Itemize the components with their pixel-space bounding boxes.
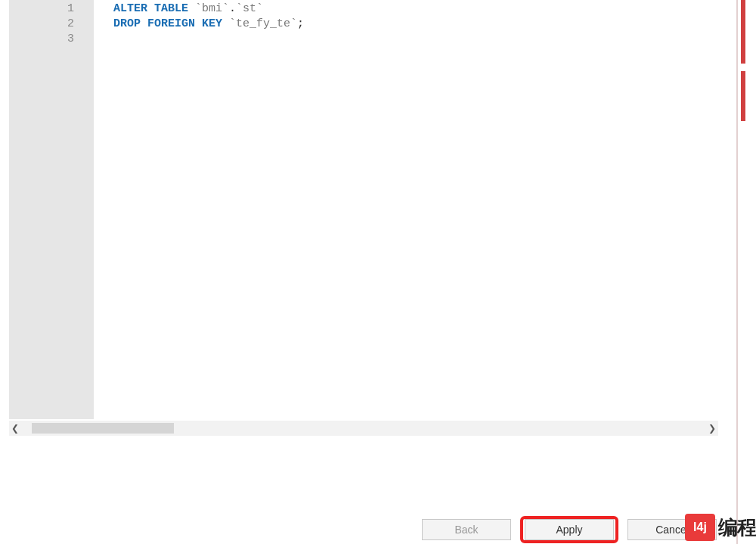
line-number: 2 [9,17,94,32]
back-button[interactable]: Back [422,519,511,540]
watermark-text: 编程 [718,514,756,541]
watermark-badge: l4j [685,514,715,541]
scroll-marker-1 [741,0,745,64]
code-area[interactable]: ALTER TABLE `bmi`.`st`DROP FOREIGN KEY `… [94,0,718,419]
code-line[interactable]: ALTER TABLE `bmi`.`st` [113,2,718,17]
line-number: 1 [9,2,94,17]
sql-token: ; [297,17,304,30]
line-number: 3 [9,32,94,47]
code-line[interactable] [113,32,718,47]
sql-token [188,2,195,15]
code-line[interactable]: DROP FOREIGN KEY `te_fy_te`; [113,17,718,32]
line-number-gutter: 123 [9,0,94,419]
sql-keyword: ALTER TABLE [113,2,188,15]
watermark: l4j 编程 [685,511,756,544]
sql-editor[interactable]: 123 ALTER TABLE `bmi`.`st`DROP FOREIGN K… [9,0,718,419]
dialog-button-bar: Back Apply Cancel [0,512,756,544]
sql-keyword: DROP FOREIGN KEY [113,17,222,30]
scroll-marker-2 [741,71,745,121]
sql-identifier: `bmi` [195,2,229,15]
sql-identifier: `te_fy_te` [229,17,297,30]
scroll-right-arrow[interactable]: ❯ [706,422,718,434]
sql-token: . [229,2,236,15]
sql-identifier: `st` [236,2,263,15]
sql-token [222,17,229,30]
apply-button[interactable]: Apply [525,519,614,540]
scroll-left-arrow[interactable]: ❮ [9,422,21,434]
horizontal-scrollbar[interactable]: ❮ ❯ [9,421,718,436]
scroll-thumb[interactable] [32,423,174,434]
scroll-track[interactable] [21,423,706,434]
right-border-line [736,0,738,544]
